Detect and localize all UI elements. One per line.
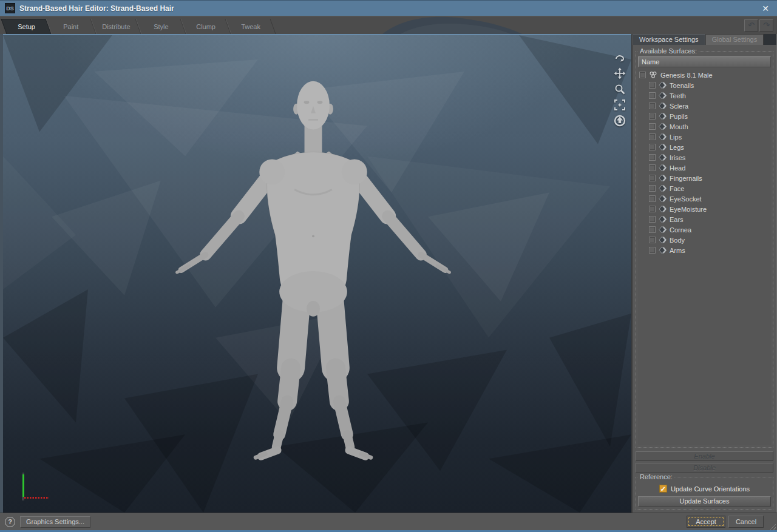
origin-icon[interactable] [613,114,626,127]
surface-row[interactable]: Teeth [639,90,771,101]
titlebar: DS Strand-Based Hair Editor: Strand-Base… [0,0,777,16]
surface-row[interactable]: Ears [639,214,771,224]
tab-tweak[interactable]: Tweak [225,19,276,34]
reference-label: Reference: [638,473,674,480]
accept-button[interactable]: Accept [687,516,725,528]
enable-button[interactable]: Enable [636,451,773,461]
graphics-settings-button[interactable]: Graphics Settings... [20,516,90,528]
update-surfaces-button[interactable]: Update Surfaces [638,496,771,507]
surface-checkbox[interactable] [649,206,656,212]
surface-row[interactable]: Body [639,235,771,245]
surface-checkbox[interactable] [649,154,656,161]
surface-checkbox[interactable] [649,195,656,202]
update-curve-checkbox[interactable]: ✓ [659,485,667,493]
surface-icon [659,184,667,192]
surface-icon [659,164,667,172]
frame-icon[interactable] [613,98,626,112]
help-icon[interactable]: ? [5,517,15,527]
surface-row[interactable]: Mouth [639,121,771,132]
daz-logo-swoosh [382,16,522,34]
surface-icon [659,123,667,130]
tab-clump[interactable]: Clump [180,19,231,34]
surface-checkbox[interactable] [649,164,656,171]
surface-row[interactable]: Legs [639,142,771,152]
surface-icon [659,133,667,141]
surface-icon [659,143,667,151]
close-icon[interactable]: ✕ [759,4,772,13]
surface-row[interactable]: Irises [639,152,771,163]
redo-icon[interactable]: ↷ [759,19,773,32]
settings-panel: Workspace Settings Global Settings Avail… [631,34,777,513]
mode-tabs: Setup Paint Distribute Style Clump Tweak [4,19,273,34]
tab-workspace-settings[interactable]: Workspace Settings [633,34,705,45]
surface-icon [659,236,667,244]
surface-icon [659,205,667,213]
tab-distribute[interactable]: Distribute [90,19,141,34]
bottom-bar: ? Graphics Settings... Accept Cancel [0,513,777,530]
surface-row[interactable]: Pupils [639,111,771,121]
figure-group-icon [649,71,657,79]
surface-checkbox[interactable] [649,92,656,99]
main-area: Workspace Settings Global Settings Avail… [0,34,777,513]
surface-row[interactable]: Lips [639,132,771,142]
viewport-tools [613,51,626,127]
tab-style[interactable]: Style [135,19,186,34]
available-surfaces-label: Available Surfaces: [638,47,699,55]
reference-groupbox: Reference: ✓ Update Curve Orientations U… [636,477,773,510]
history-buttons: ↶ ↷ [744,19,773,32]
surface-row[interactable]: EyeMoisture [639,204,771,214]
undo-icon[interactable]: ↶ [744,19,758,32]
surface-row[interactable]: Toenails [639,80,771,90]
surface-checkbox[interactable] [649,82,656,89]
surface-checkbox[interactable] [649,133,656,140]
checkbox-genesis[interactable] [639,72,646,78]
surface-icon [659,92,667,99]
axis-indicator [19,473,50,500]
resize-grip[interactable] [769,522,776,530]
zoom-icon[interactable] [613,82,626,96]
update-curve-label: Update Curve Orientations [671,485,750,493]
surface-checkbox[interactable] [649,226,656,233]
tab-global-settings[interactable]: Global Settings [705,34,764,45]
surface-checkbox[interactable] [649,185,656,192]
workspace-settings-body: Available Surfaces: Name Genesis 8.1 Mal… [633,45,776,513]
surface-icon [659,174,667,182]
surface-icon [659,246,667,254]
surface-icon [659,195,667,203]
surface-icon [659,153,667,161]
surfaces-tree-root[interactable]: Genesis 8.1 Male [639,70,771,80]
surface-checkbox[interactable] [649,247,656,254]
surface-checkbox[interactable] [649,216,656,223]
surface-row[interactable]: EyeSocket [639,194,771,204]
pan-icon[interactable] [613,67,626,80]
surface-checkbox[interactable] [649,175,656,181]
surface-icon [659,81,667,89]
surfaces-column-header[interactable]: Name [638,56,771,67]
disable-button[interactable]: Disable [636,463,773,473]
update-curve-row: ✓ Update Curve Orientations [638,483,771,494]
surface-checkbox[interactable] [649,144,656,150]
surface-checkbox[interactable] [649,103,656,109]
orbit-icon[interactable] [613,51,626,64]
dialog-actions: Accept Cancel [687,516,764,528]
surface-row[interactable]: Arms [639,245,771,255]
tab-paint[interactable]: Paint [46,19,96,34]
surface-row[interactable]: Head [639,163,771,173]
surface-icon [659,215,667,223]
surface-icon [659,102,667,110]
surface-row[interactable]: Cornea [639,224,771,235]
tab-setup[interactable]: Setup [1,19,51,34]
3d-viewport[interactable] [3,34,631,513]
settings-panel-tabs: Workspace Settings Global Settings [633,34,776,45]
tree-root-label: Genesis 8.1 Male [660,72,713,79]
available-surfaces-groupbox: Available Surfaces: Name Genesis 8.1 Mal… [636,51,773,448]
cancel-button[interactable]: Cancel [728,516,764,528]
surface-checkbox[interactable] [649,113,656,120]
genesis-figure[interactable] [3,35,631,513]
surface-row[interactable]: Face [639,183,771,194]
surface-checkbox[interactable] [649,237,656,243]
surface-checkbox[interactable] [649,123,656,130]
surface-row[interactable]: Sclera [639,101,771,111]
mode-tabbar: Setup Paint Distribute Style Clump Tweak… [0,16,777,34]
surface-row[interactable]: Fingernails [639,173,771,183]
